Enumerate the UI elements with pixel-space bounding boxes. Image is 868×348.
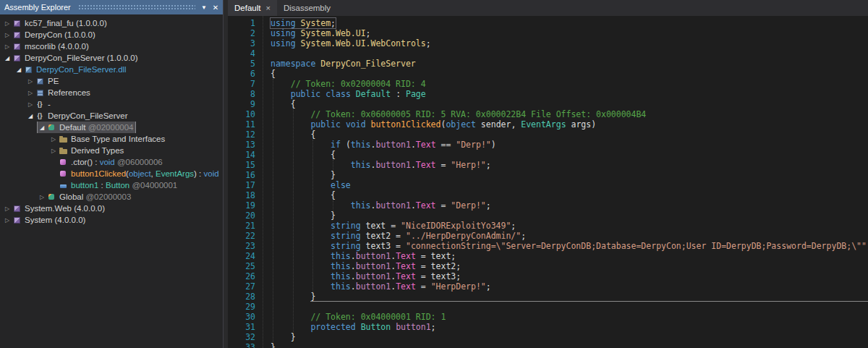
code-line[interactable]: } xyxy=(271,211,868,221)
assembly-icon xyxy=(12,54,22,62)
tree-item[interactable]: ▷DerpyCon (1.0.0.0) xyxy=(0,29,223,41)
panel-drag-grip[interactable] xyxy=(78,4,195,10)
expand-arrow-icon[interactable]: ▷ xyxy=(3,32,12,38)
window-menu-icon[interactable]: ▼ xyxy=(198,0,210,14)
tree-item-label: .ctor() : void @06000006 xyxy=(71,158,163,166)
tree-item[interactable]: button1 : Button @04000001 xyxy=(0,179,223,191)
code-line[interactable]: this.button1.Text = text; xyxy=(271,251,868,261)
tab-disassembly[interactable]: Disassembly xyxy=(277,0,337,16)
collapse-arrow-icon[interactable]: ◢ xyxy=(26,113,35,119)
line-number: 1 xyxy=(228,18,255,28)
code-line[interactable]: this.button1.Text = "HerpDerp!"; xyxy=(271,281,868,292)
code-line[interactable]: { xyxy=(271,69,868,79)
expand-arrow-icon[interactable]: ▷ xyxy=(3,217,12,224)
code-line[interactable]: else xyxy=(271,180,868,190)
line-number: 21 xyxy=(228,221,255,231)
close-panel-icon[interactable]: ✕ xyxy=(210,0,221,14)
code-line[interactable]: string text2 = "../HerpDerpyConAdmin/"; xyxy=(271,231,868,241)
code-line[interactable]: public void button1Clicked(object sender… xyxy=(271,119,868,130)
code-editor[interactable]: 1234567891011121314151617181920212223242… xyxy=(228,16,868,348)
line-number: 7 xyxy=(228,79,255,89)
expand-arrow-icon[interactable]: ▷ xyxy=(26,101,35,108)
line-number: 13 xyxy=(228,140,255,150)
tree-item[interactable]: .ctor() : void @06000006 xyxy=(0,156,223,168)
tree-item[interactable]: ▷Derived Types xyxy=(0,145,223,156)
panel-title: Assembly Explorer xyxy=(0,3,75,12)
line-number: 18 xyxy=(228,190,255,200)
line-number: 15 xyxy=(228,160,255,170)
expand-arrow-icon[interactable]: ▷ xyxy=(3,205,12,212)
line-number: 11 xyxy=(228,119,255,130)
tree-item-label: - xyxy=(48,100,51,109)
code-line[interactable]: namespace DerpyCon_FileServer xyxy=(271,59,868,69)
line-number: 12 xyxy=(228,130,255,140)
expand-arrow-icon[interactable]: ▷ xyxy=(3,20,12,27)
line-number: 3 xyxy=(228,38,255,48)
code-line[interactable]: } xyxy=(271,292,868,302)
collapse-arrow-icon[interactable]: ◢ xyxy=(3,55,12,61)
tree-item-label: Global @02000003 xyxy=(59,192,131,201)
tree-item[interactable]: ◢Default @02000004 xyxy=(0,122,223,133)
code-line[interactable]: if (this.button1.Text == "Derp!") xyxy=(271,140,868,150)
code-line[interactable]: { xyxy=(271,150,868,160)
tab-label: Default xyxy=(234,4,260,12)
collapse-arrow-icon[interactable]: ◢ xyxy=(38,124,46,131)
code-line[interactable]: protected Button button1; xyxy=(271,322,868,332)
tree-item[interactable]: button1Clicked(object, EventArgs) : void xyxy=(0,168,223,179)
code-line[interactable]: // Token: 0x04000001 RID: 1 xyxy=(271,312,868,322)
code-line[interactable]: } xyxy=(271,342,868,348)
code-line[interactable]: string text3 = "connectionString=\"Serve… xyxy=(271,241,868,251)
code-line[interactable]: using System; xyxy=(271,18,868,28)
tree-item[interactable]: ▷References xyxy=(0,87,223,98)
tree-item[interactable]: ▷System (4.0.0.0) xyxy=(0,214,223,226)
line-number: 28 xyxy=(228,292,255,302)
code-line[interactable]: // Token: 0x02000004 RID: 4 xyxy=(271,79,868,89)
code-line[interactable]: this.button1.Text = text3; xyxy=(271,271,868,281)
code-line[interactable]: this.button1.Text = "Herp!"; xyxy=(271,160,868,170)
code-line[interactable]: this.button1.Text = "Derp!"; xyxy=(271,200,868,211)
tree-item[interactable]: ▷{}- xyxy=(0,98,223,110)
code-line[interactable]: { xyxy=(271,99,868,109)
code-line[interactable]: // Token: 0x06000005 RID: 5 RVA: 0x00002… xyxy=(271,109,868,119)
expand-arrow-icon[interactable]: ▷ xyxy=(26,90,35,96)
tree-item-label: Base Type and Interfaces xyxy=(71,135,165,143)
assembly-explorer-header[interactable]: Assembly Explorer ▼ ✕ xyxy=(0,0,223,14)
code-line[interactable]: } xyxy=(271,170,868,180)
code-line[interactable]: public class Default : Page xyxy=(271,89,868,99)
tree-item[interactable]: ▷Base Type and Interfaces xyxy=(0,133,223,145)
assembly-tree: ▷kc57_final_fu (1.0.0.0)▷DerpyCon (1.0.0… xyxy=(0,14,223,348)
tree-item[interactable]: ▷Global @02000003 xyxy=(0,191,223,203)
code-line[interactable]: string text = "NiceIDORExploitYo349"; xyxy=(271,221,868,231)
code-line[interactable]: using System.Web.UI; xyxy=(271,28,868,38)
tree-item-label: button1 : Button @04000001 xyxy=(71,181,177,190)
tree-item[interactable]: ▷mscorlib (4.0.0.0) xyxy=(0,41,223,52)
tab-default[interactable]: Default × xyxy=(228,0,277,16)
tree-item[interactable]: ▷PE xyxy=(0,75,223,87)
close-tab-icon[interactable]: × xyxy=(265,4,270,12)
collapse-arrow-icon[interactable]: ◢ xyxy=(14,67,23,73)
line-number: 24 xyxy=(228,251,255,261)
line-number: 4 xyxy=(228,48,255,59)
code-line[interactable]: } xyxy=(271,332,868,342)
tree-item[interactable]: ◢DerpyCon_FileServer.dll xyxy=(0,64,223,75)
expand-arrow-icon[interactable]: ▷ xyxy=(26,78,35,85)
namespace-icon: {} xyxy=(35,111,45,120)
tree-item[interactable]: ◢{}DerpyCon_FileServer xyxy=(0,110,223,122)
tree-item[interactable]: ◢DerpyCon_FileServer (1.0.0.0) xyxy=(0,52,223,64)
line-number: 8 xyxy=(228,89,255,99)
code-line[interactable] xyxy=(271,48,868,59)
expand-arrow-icon[interactable]: ▷ xyxy=(38,194,46,200)
assembly-icon xyxy=(12,19,22,27)
expand-arrow-icon[interactable]: ▷ xyxy=(49,136,58,143)
code-line[interactable] xyxy=(271,302,868,312)
code-line[interactable]: { xyxy=(271,130,868,140)
code-line[interactable]: { xyxy=(271,190,868,200)
assembly-icon xyxy=(12,30,22,39)
tree-item[interactable]: ▷System.Web (4.0.0.0) xyxy=(0,203,223,214)
tree-item[interactable]: ▷kc57_final_fu (1.0.0.0) xyxy=(0,17,223,29)
code-line[interactable]: this.button1.Text = text2; xyxy=(271,261,868,271)
expand-arrow-icon[interactable]: ▷ xyxy=(3,43,12,50)
expand-arrow-icon[interactable]: ▷ xyxy=(49,148,58,154)
code-text-area[interactable]: using System;using System.Web.UI;using S… xyxy=(271,18,868,348)
code-line[interactable]: using System.Web.UI.WebControls; xyxy=(271,38,868,48)
